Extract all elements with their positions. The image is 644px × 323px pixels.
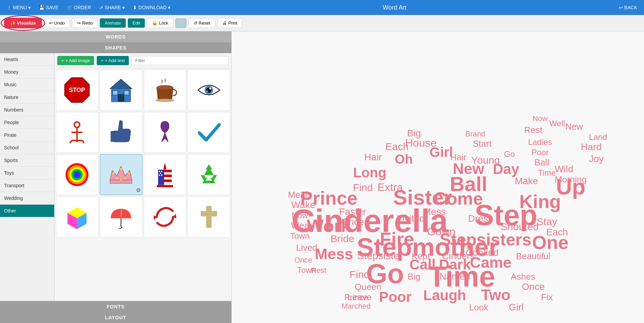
svg-point-38 — [160, 173, 161, 174]
menu-chevron-icon: ▾ — [28, 5, 31, 10]
category-other[interactable]: Other — [0, 205, 54, 217]
svg-rect-4 — [118, 94, 124, 102]
svg-text:Marched: Marched — [341, 302, 371, 310]
filter-input[interactable] — [132, 56, 229, 65]
svg-text:Mess: Mess — [315, 245, 353, 263]
svg-text:Queen: Queen — [355, 282, 381, 292]
words-section-header[interactable]: WORDS — [0, 31, 231, 42]
shape-settings-icon[interactable]: ⚙ — [136, 187, 141, 193]
order-button[interactable]: 🛒 ORDER — [63, 0, 95, 15]
svg-text:Come: Come — [434, 189, 483, 208]
svg-rect-6 — [124, 91, 129, 95]
category-school[interactable]: School — [0, 142, 54, 154]
back-button[interactable]: ↩ BACK — [615, 0, 641, 15]
shape-anchor[interactable] — [56, 112, 98, 153]
layout-section-header[interactable]: LAYOUT — [0, 312, 231, 323]
shape-coffee-cup[interactable] — [144, 70, 186, 111]
save-button[interactable]: 💾 SAVE — [35, 0, 62, 15]
share-icon: ↗ — [99, 5, 103, 10]
shape-uncle-sam-hat[interactable] — [144, 154, 186, 195]
shape-crown[interactable]: ⚙ — [100, 154, 142, 195]
svg-text:Meals: Meals — [288, 190, 311, 200]
svg-text:Mess: Mess — [423, 206, 446, 217]
visualize-button[interactable]: ✨ Visualize — [4, 18, 42, 28]
add-text-button[interactable]: + + Add text — [97, 56, 129, 65]
share-button[interactable]: ↗ SHARE ▾ — [95, 0, 129, 15]
category-numbers[interactable]: Numbers — [0, 104, 54, 116]
svg-point-37 — [161, 171, 162, 172]
category-people[interactable]: People — [0, 116, 54, 129]
shapes-section-header[interactable]: SHAPES — [0, 42, 231, 53]
category-transport[interactable]: Transport — [0, 179, 54, 192]
svg-text:Shouted: Shouted — [501, 221, 539, 232]
edit-button[interactable]: Edit — [128, 18, 145, 28]
shapes-grid-wrapper: STOP — [55, 68, 231, 301]
svg-text:Town: Town — [290, 231, 309, 240]
category-music[interactable]: Music — [0, 78, 54, 91]
category-wedding[interactable]: Wedding — [0, 192, 54, 205]
share-label: SHARE — [105, 5, 121, 10]
category-hearts[interactable]: Hearts — [0, 53, 54, 66]
svg-text:Well: Well — [549, 119, 565, 128]
svg-text:Bride: Bride — [331, 233, 354, 244]
svg-text:Wake: Wake — [291, 200, 316, 210]
svg-text:Young: Young — [471, 155, 500, 166]
svg-point-27 — [116, 177, 118, 179]
color-swatch[interactable] — [175, 18, 186, 28]
shape-house[interactable] — [100, 70, 142, 111]
svg-point-7 — [157, 85, 173, 90]
cart-icon: 🛒 — [67, 5, 73, 10]
svg-point-40 — [161, 175, 162, 176]
shape-cube[interactable] — [56, 196, 98, 237]
add-image-button[interactable]: + + Add image — [57, 56, 94, 65]
print-icon: 🖨 — [223, 20, 227, 26]
category-pirate[interactable]: Pirate — [0, 129, 54, 142]
download-button[interactable]: ⬇ DOWNLOAD ▾ — [129, 0, 174, 15]
shape-rainbow-circle[interactable] — [56, 154, 98, 195]
svg-text:Start: Start — [473, 138, 492, 149]
shape-checkmark[interactable] — [187, 112, 230, 153]
left-panel: WORDS SHAPES Hearts Money Music Nature N… — [0, 31, 232, 323]
download-icon: ⬇ — [133, 5, 137, 10]
svg-point-22 — [75, 173, 79, 176]
undo-button[interactable]: ↩ Undo — [44, 18, 70, 28]
animate-label: Animate — [105, 20, 121, 26]
back-label: BACK — [624, 5, 637, 10]
svg-rect-5 — [113, 91, 118, 95]
svg-text:Cinders: Cinders — [442, 251, 475, 261]
svg-rect-23 — [110, 180, 132, 183]
save-icon: 💾 — [39, 5, 45, 10]
shape-recycle[interactable] — [187, 154, 230, 195]
category-nature[interactable]: Nature — [0, 91, 54, 104]
svg-text:Rest: Rest — [311, 266, 326, 275]
svg-rect-16 — [111, 131, 114, 142]
shape-stop-sign[interactable]: STOP — [56, 70, 98, 111]
lock-label: Lock — [159, 20, 168, 26]
shape-umbrella[interactable] — [100, 196, 142, 237]
category-money[interactable]: Money — [0, 66, 54, 78]
layout-label: LAYOUT — [105, 315, 126, 320]
svg-text:Now: Now — [292, 211, 308, 220]
shapes-grid-area: + + Add image + + Add text — [55, 53, 231, 301]
svg-text:Each: Each — [385, 141, 409, 152]
print-button[interactable]: 🖨 Print — [217, 18, 243, 28]
svg-text:Make: Make — [515, 176, 538, 186]
shape-ribbon[interactable] — [144, 112, 186, 153]
category-toys[interactable]: Toys — [0, 167, 54, 179]
svg-point-12 — [206, 91, 208, 92]
svg-text:Beautiful: Beautiful — [516, 251, 550, 261]
redo-button[interactable]: ↪ Redo — [72, 18, 98, 28]
shape-eye[interactable] — [187, 70, 230, 111]
word-art-container[interactable]: Cinderella Step Stepmother Go Time Ball … — [232, 31, 644, 323]
shape-cross[interactable] — [187, 196, 230, 237]
svg-text:Girl: Girl — [509, 302, 524, 312]
shape-refresh-arrows[interactable] — [144, 196, 186, 237]
animate-button[interactable]: Animate — [100, 18, 126, 28]
reset-button[interactable]: ↺ Reset — [188, 18, 215, 28]
lock-button[interactable]: 🔒 Lock — [147, 18, 173, 28]
menu-button[interactable]: ⋮ MENU ▾ — [3, 0, 35, 15]
category-sports[interactable]: Sports — [0, 154, 54, 167]
fonts-section-header[interactable]: FONTS — [0, 301, 231, 312]
shape-thumbs-up[interactable] — [100, 112, 142, 153]
svg-text:Once: Once — [522, 281, 545, 292]
